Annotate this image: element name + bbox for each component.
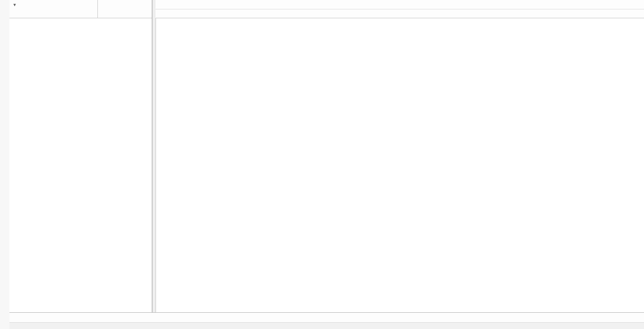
timeline-header-days — [156, 9, 644, 18]
footer-bar — [9, 312, 644, 323]
side-tab[interactable] — [0, 0, 10, 329]
resource-panel: ▼ — [9, 0, 152, 312]
timeline-panel — [156, 0, 644, 312]
timeline-body[interactable] — [156, 18, 644, 312]
col-header-unplanned[interactable] — [98, 0, 152, 18]
timeline-header-weeks — [156, 0, 644, 9]
horizontal-scrollbar[interactable] — [9, 322, 644, 329]
resource-header: ▼ — [9, 0, 152, 18]
timeline-header — [156, 0, 644, 18]
sort-desc-icon: ▼ — [13, 3, 17, 7]
col-header-name[interactable]: ▼ — [9, 0, 98, 18]
